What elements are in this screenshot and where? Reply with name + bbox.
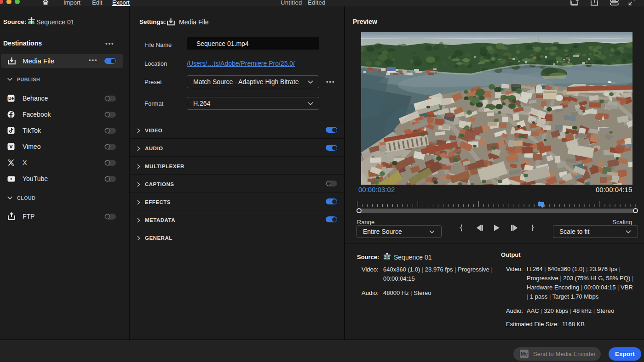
svg-text:Bē: Bē	[8, 96, 14, 101]
svg-text:v: v	[10, 143, 13, 150]
